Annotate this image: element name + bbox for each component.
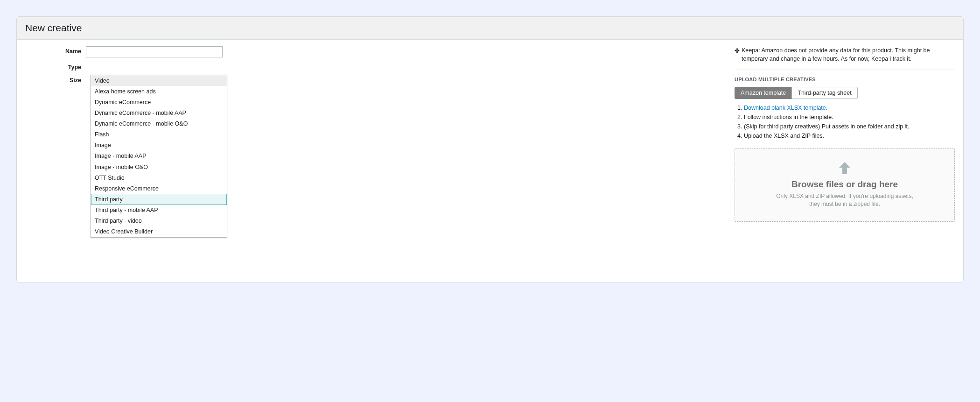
- type-option[interactable]: Dynamic eCommerce - mobile AAP: [91, 107, 227, 118]
- step-1: Download blank XLSX template.: [744, 105, 955, 111]
- name-label: Name: [25, 46, 86, 55]
- upload-panel: ✤ Keepa: Amazon does not provide any dat…: [735, 46, 955, 222]
- type-option[interactable]: Third party - video: [91, 216, 227, 226]
- upload-icon: [839, 162, 850, 174]
- template-tabs: Amazon template Third-party tag sheet: [735, 87, 858, 99]
- type-option[interactable]: Video: [91, 75, 227, 86]
- keepa-text: Keepa: Amazon does not provide any data …: [742, 46, 955, 63]
- new-creative-card: New creative Name Type VideoAlexa home s…: [16, 16, 964, 282]
- size-label: Size: [25, 75, 86, 84]
- type-option[interactable]: Image - mobile AAP: [91, 151, 227, 162]
- type-option[interactable]: Third party - mobile AAP: [91, 205, 227, 216]
- page-title: New creative: [17, 17, 963, 40]
- type-option[interactable]: Alexa home screen ads: [91, 86, 227, 97]
- type-option[interactable]: Third party: [91, 194, 227, 205]
- upload-steps: Download blank XLSX template. Follow ins…: [735, 105, 955, 139]
- type-option[interactable]: Dynamic eCommerce: [91, 97, 227, 107]
- download-template-link[interactable]: Download blank XLSX template.: [744, 105, 827, 111]
- keepa-note: ✤ Keepa: Amazon does not provide any dat…: [735, 46, 955, 63]
- form-area: Name Type VideoAlexa home screen adsDyna…: [25, 46, 716, 222]
- type-label: Type: [25, 62, 86, 71]
- step-4: Upload the XLSX and ZIP files.: [744, 133, 955, 139]
- keepa-icon: ✤: [735, 47, 740, 63]
- tab-amazon-template[interactable]: Amazon template: [735, 87, 792, 99]
- type-option[interactable]: Video Creative Builder: [91, 226, 227, 237]
- type-dropdown[interactable]: VideoAlexa home screen adsDynamic eComme…: [91, 75, 227, 238]
- type-option[interactable]: OTT Studio: [91, 172, 227, 183]
- dropzone-title: Browse files or drag here: [744, 179, 945, 190]
- file-dropzone[interactable]: Browse files or drag here Only XLSX and …: [735, 148, 955, 222]
- type-option[interactable]: Image: [91, 140, 227, 151]
- type-option[interactable]: Dynamic eCommerce - mobile O&O: [91, 119, 227, 129]
- tab-third-party-tag-sheet[interactable]: Third-party tag sheet: [791, 87, 857, 99]
- upload-section-title: UPLOAD MULTIPLE CREATIVES: [735, 77, 955, 82]
- divider: [735, 70, 955, 70]
- name-input[interactable]: [86, 46, 223, 57]
- type-option[interactable]: Responsive eCommerce: [91, 183, 227, 194]
- step-2: Follow instructions in the template.: [744, 114, 955, 120]
- dropzone-subtitle: Only XLSX and ZIP allowed. If you're upl…: [772, 192, 917, 208]
- type-option[interactable]: Image - mobile O&O: [91, 162, 227, 172]
- type-option[interactable]: Flash: [91, 129, 227, 140]
- step-3: (Skip for third party creatives) Put ass…: [744, 123, 955, 130]
